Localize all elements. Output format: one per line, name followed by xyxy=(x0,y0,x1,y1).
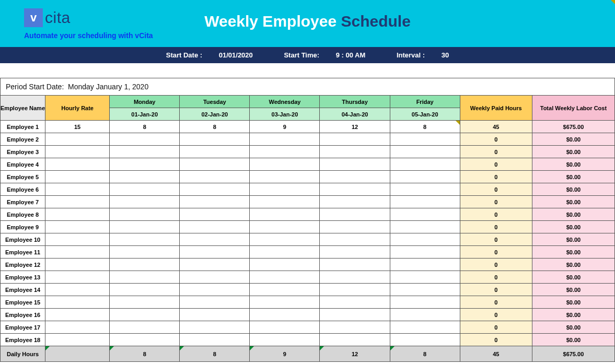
hours-cell[interactable] xyxy=(110,246,180,259)
employee-name-cell[interactable]: Employee 17 xyxy=(1,321,45,334)
employee-name-cell[interactable]: Employee 1 xyxy=(1,121,45,133)
hours-cell[interactable] xyxy=(390,221,460,233)
hours-cell[interactable]: 9 xyxy=(250,121,320,133)
labor-cost-cell[interactable]: $0.00 xyxy=(532,183,614,196)
hourly-rate-cell[interactable] xyxy=(45,133,110,146)
hours-cell[interactable] xyxy=(180,183,250,196)
employee-name-cell[interactable]: Employee 13 xyxy=(1,271,45,284)
hours-cell[interactable] xyxy=(110,196,180,208)
hours-cell[interactable] xyxy=(390,233,460,246)
hourly-rate-cell[interactable] xyxy=(45,321,110,334)
hours-cell[interactable] xyxy=(390,183,460,196)
hours-cell[interactable] xyxy=(320,246,390,259)
hours-cell[interactable] xyxy=(250,309,320,321)
hours-cell[interactable] xyxy=(180,233,250,246)
hours-cell[interactable] xyxy=(390,321,460,334)
hours-cell[interactable] xyxy=(250,284,320,296)
hours-cell[interactable] xyxy=(110,146,180,158)
employee-name-cell[interactable]: Employee 18 xyxy=(1,334,45,346)
hours-cell[interactable] xyxy=(390,246,460,259)
hours-cell[interactable] xyxy=(180,309,250,321)
hours-cell[interactable] xyxy=(390,296,460,309)
hours-cell[interactable] xyxy=(110,296,180,309)
hours-cell[interactable] xyxy=(180,271,250,284)
hours-cell[interactable] xyxy=(320,334,390,346)
hours-cell[interactable] xyxy=(320,296,390,309)
hours-cell[interactable] xyxy=(110,334,180,346)
weekly-paid-hours-cell[interactable]: 0 xyxy=(460,146,532,158)
labor-cost-cell[interactable]: $0.00 xyxy=(532,321,614,334)
weekly-paid-hours-cell[interactable]: 0 xyxy=(460,196,532,208)
employee-name-cell[interactable]: Employee 6 xyxy=(1,183,45,196)
hours-cell[interactable] xyxy=(320,171,390,183)
hours-cell[interactable] xyxy=(390,171,460,183)
hours-cell[interactable] xyxy=(320,221,390,233)
hours-cell[interactable] xyxy=(320,133,390,146)
hours-cell[interactable] xyxy=(320,321,390,334)
hourly-rate-cell[interactable] xyxy=(45,196,110,208)
weekly-paid-hours-cell[interactable]: 0 xyxy=(460,334,532,346)
labor-cost-cell[interactable]: $0.00 xyxy=(532,208,614,221)
employee-name-cell[interactable]: Employee 7 xyxy=(1,196,45,208)
hours-cell[interactable] xyxy=(250,171,320,183)
hours-cell[interactable] xyxy=(110,171,180,183)
employee-name-cell[interactable]: Employee 16 xyxy=(1,309,45,321)
hourly-rate-cell[interactable] xyxy=(45,334,110,346)
hourly-rate-cell[interactable] xyxy=(45,259,110,271)
hours-cell[interactable] xyxy=(250,321,320,334)
hours-cell[interactable] xyxy=(390,208,460,221)
employee-name-cell[interactable]: Employee 2 xyxy=(1,133,45,146)
hours-cell[interactable] xyxy=(390,271,460,284)
hours-cell[interactable]: 8 xyxy=(110,121,180,133)
hourly-rate-cell[interactable] xyxy=(45,271,110,284)
labor-cost-cell[interactable]: $0.00 xyxy=(532,171,614,183)
hourly-rate-cell[interactable] xyxy=(45,158,110,171)
hours-cell[interactable] xyxy=(250,259,320,271)
employee-name-cell[interactable]: Employee 15 xyxy=(1,296,45,309)
hours-cell[interactable] xyxy=(320,158,390,171)
weekly-paid-hours-cell[interactable]: 0 xyxy=(460,171,532,183)
hours-cell[interactable] xyxy=(250,146,320,158)
hourly-rate-cell[interactable] xyxy=(45,233,110,246)
tagline-link[interactable]: Automate your scheduling with vCita xyxy=(24,31,153,40)
hours-cell[interactable] xyxy=(180,196,250,208)
employee-name-cell[interactable]: Employee 11 xyxy=(1,246,45,259)
labor-cost-cell[interactable]: $0.00 xyxy=(532,259,614,271)
hours-cell[interactable] xyxy=(390,158,460,171)
employee-name-cell[interactable]: Employee 5 xyxy=(1,171,45,183)
hourly-rate-cell[interactable] xyxy=(45,246,110,259)
hourly-rate-cell[interactable] xyxy=(45,309,110,321)
hours-cell[interactable] xyxy=(390,196,460,208)
hours-cell[interactable] xyxy=(390,133,460,146)
hours-cell[interactable] xyxy=(320,208,390,221)
labor-cost-cell[interactable]: $0.00 xyxy=(532,158,614,171)
hourly-rate-cell[interactable] xyxy=(45,171,110,183)
hours-cell[interactable] xyxy=(110,183,180,196)
hours-cell[interactable] xyxy=(110,309,180,321)
labor-cost-cell[interactable]: $0.00 xyxy=(532,334,614,346)
hours-cell[interactable] xyxy=(250,271,320,284)
hours-cell[interactable] xyxy=(250,334,320,346)
weekly-paid-hours-cell[interactable]: 0 xyxy=(460,296,532,309)
hours-cell[interactable] xyxy=(180,296,250,309)
labor-cost-cell[interactable]: $0.00 xyxy=(532,233,614,246)
hours-cell[interactable] xyxy=(320,196,390,208)
weekly-paid-hours-cell[interactable]: 0 xyxy=(460,233,532,246)
weekly-paid-hours-cell[interactable]: 0 xyxy=(460,221,532,233)
hourly-rate-cell[interactable] xyxy=(45,208,110,221)
labor-cost-cell[interactable]: $0.00 xyxy=(532,146,614,158)
hours-cell[interactable] xyxy=(250,133,320,146)
weekly-paid-hours-cell[interactable]: 0 xyxy=(460,259,532,271)
employee-name-cell[interactable]: Employee 14 xyxy=(1,284,45,296)
labor-cost-cell[interactable]: $0.00 xyxy=(532,221,614,233)
weekly-paid-hours-cell[interactable]: 0 xyxy=(460,133,532,146)
hourly-rate-cell[interactable]: 15 xyxy=(45,121,110,133)
hours-cell[interactable] xyxy=(110,158,180,171)
hours-cell[interactable] xyxy=(250,158,320,171)
hours-cell[interactable] xyxy=(320,309,390,321)
hours-cell[interactable] xyxy=(110,271,180,284)
weekly-paid-hours-cell[interactable]: 0 xyxy=(460,284,532,296)
hours-cell[interactable] xyxy=(180,171,250,183)
employee-name-cell[interactable]: Employee 3 xyxy=(1,146,45,158)
hours-cell[interactable] xyxy=(180,334,250,346)
